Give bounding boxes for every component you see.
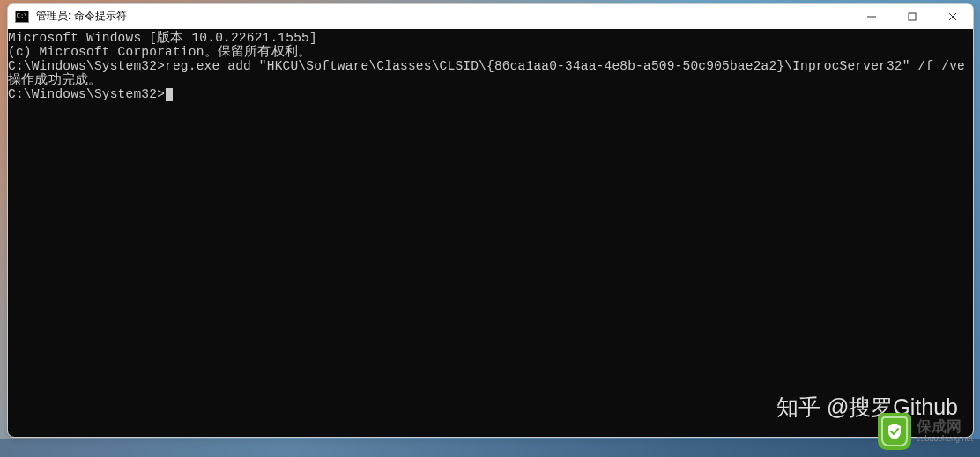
window-controls (851, 4, 973, 29)
terminal-line: (c) Microsoft Corporation。保留所有权利。 (8, 45, 973, 59)
cmd-icon: C:\ (15, 11, 29, 23)
terminal-body[interactable]: Microsoft Windows [版本 10.0.22621.1555](c… (8, 29, 973, 437)
minimize-button[interactable] (851, 4, 892, 29)
command-prompt-window: C:\ 管理员: 命令提示符 Microsoft Windows [版本 10.… (7, 3, 974, 438)
terminal-line: C:\Windows\System32>reg.exe add "HKCU\So… (8, 59, 973, 73)
maximize-button[interactable] (892, 4, 932, 29)
terminal-line: 操作成功完成。 (8, 73, 973, 87)
svg-rect-1 (909, 13, 916, 20)
window-title: 管理员: 命令提示符 (36, 9, 127, 24)
terminal-prompt-line: C:\Windows\System32> (8, 87, 973, 101)
close-button[interactable] (932, 4, 973, 29)
window-titlebar[interactable]: C:\ 管理员: 命令提示符 (8, 4, 973, 29)
terminal-prompt: C:\Windows\System32> (8, 87, 165, 101)
terminal-line: Microsoft Windows [版本 10.0.22621.1555] (8, 31, 973, 45)
cursor (166, 88, 173, 101)
desktop-background-strip (0, 439, 980, 457)
